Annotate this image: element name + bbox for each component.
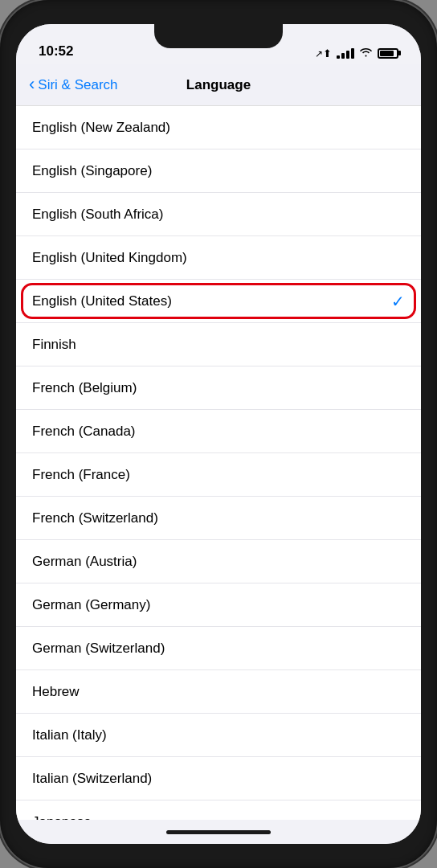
nav-bar: ‹ Siri & Search Language (16, 64, 421, 106)
language-label: Italian (Italy) (32, 727, 107, 743)
wifi-icon (359, 47, 373, 59)
language-label: French (Belgium) (32, 380, 137, 396)
notch (154, 24, 283, 48)
page-title: Language (186, 77, 251, 93)
list-item[interactable]: German (Switzerland) (16, 627, 421, 670)
list-item[interactable]: English (United States)✓ (16, 280, 421, 323)
status-time: 10:52 (39, 43, 73, 59)
list-item[interactable]: English (New Zealand) (16, 106, 421, 149)
home-indicator (16, 820, 421, 844)
language-label: Italian (Switzerland) (32, 771, 152, 787)
language-section: English (New Zealand)English (Singapore)… (16, 106, 421, 820)
list-item[interactable]: Japanese (16, 800, 421, 820)
list-item[interactable]: Italian (Italy) (16, 714, 421, 757)
language-label: English (United States) (32, 293, 172, 309)
language-label: English (New Zealand) (32, 120, 170, 136)
list-item[interactable]: French (France) (16, 453, 421, 497)
status-icons: ⬆ (315, 47, 398, 59)
list-item[interactable]: German (Germany) (16, 583, 421, 627)
list-item[interactable]: English (Singapore) (16, 149, 421, 193)
list-item[interactable]: French (Belgium) (16, 366, 421, 410)
list-item[interactable]: Finnish (16, 323, 421, 366)
checkmark-icon: ✓ (391, 292, 405, 311)
list-item[interactable]: German (Austria) (16, 540, 421, 583)
language-label: Japanese (32, 814, 92, 821)
language-label: French (Switzerland) (32, 510, 158, 526)
language-label: English (Singapore) (32, 163, 152, 179)
language-label: German (Germany) (32, 597, 150, 613)
list-item[interactable]: Italian (Switzerland) (16, 757, 421, 800)
back-chevron-icon: ‹ (29, 76, 35, 93)
list-item[interactable]: English (South Africa) (16, 193, 421, 236)
language-label: English (South Africa) (32, 207, 163, 223)
back-button[interactable]: ‹ Siri & Search (29, 77, 118, 93)
list-item[interactable]: Hebrew (16, 670, 421, 714)
language-label: Finnish (32, 337, 76, 353)
screen: 10:52 ⬆ ‹ (16, 24, 421, 844)
list-item[interactable]: French (Switzerland) (16, 497, 421, 540)
language-label: English (United Kingdom) (32, 250, 187, 266)
language-label: French (France) (32, 467, 130, 483)
back-label: Siri & Search (38, 77, 117, 93)
home-bar (166, 830, 271, 834)
language-label: German (Switzerland) (32, 641, 165, 657)
location-icon: ⬆ (315, 47, 332, 59)
list-item[interactable]: French (Canada) (16, 410, 421, 453)
signal-icon (337, 47, 354, 59)
phone-frame: 10:52 ⬆ ‹ (0, 0, 437, 868)
list-item[interactable]: English (United Kingdom) (16, 236, 421, 280)
language-label: French (Canada) (32, 424, 136, 440)
language-label: German (Austria) (32, 554, 137, 570)
battery-icon (378, 48, 398, 59)
language-list: English (New Zealand)English (Singapore)… (16, 106, 421, 820)
language-label: Hebrew (32, 684, 80, 700)
